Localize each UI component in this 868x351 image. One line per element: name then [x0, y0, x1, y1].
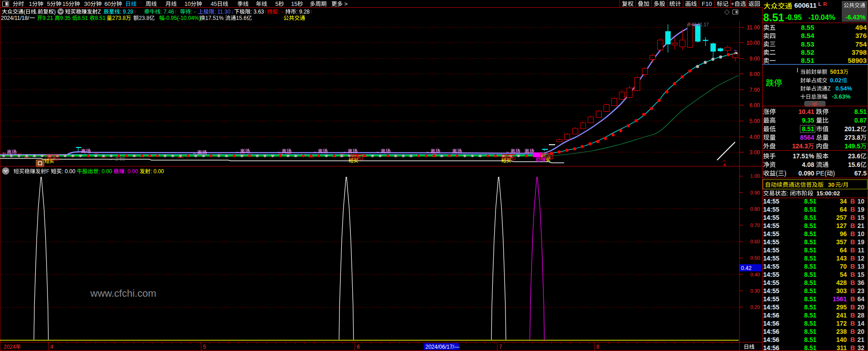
svg-text:17.51%: 17.51% [205, 15, 225, 21]
svg-text:B: B [850, 304, 855, 311]
svg-text:5.00: 5.00 [750, 118, 760, 124]
svg-text:B: B [850, 320, 855, 327]
svg-text:23.8: 23.8 [139, 15, 150, 21]
svg-text:15: 15 [291, 1, 297, 7]
svg-text:14:55: 14:55 [763, 263, 779, 270]
svg-text:: 0.00: : 0.00 [151, 168, 164, 175]
svg-text:): ) [54, 9, 56, 15]
svg-text:15.6: 15.6 [236, 15, 247, 21]
svg-text:273.8: 273.8 [112, 15, 126, 21]
svg-text:8.51: 8.51 [804, 344, 816, 351]
svg-text:311: 311 [836, 344, 847, 351]
svg-text:0.40: 0.40 [750, 272, 760, 277]
svg-text:172: 172 [836, 320, 847, 327]
svg-text:←: ← [108, 156, 113, 161]
svg-text:L: L [818, 1, 821, 7]
svg-text:2.60: 2.60 [115, 156, 125, 161]
svg-text:8.41:11.17: 8.41:11.17 [688, 22, 709, 27]
svg-text:494: 494 [855, 24, 867, 31]
svg-text:7.00: 7.00 [750, 87, 760, 93]
svg-text:PE(: PE( [816, 170, 827, 177]
svg-text:23: 23 [857, 287, 864, 294]
svg-text:8.51: 8.51 [804, 222, 816, 229]
svg-text:←: ← [313, 148, 318, 154]
svg-text:10: 10 [857, 230, 864, 237]
svg-text:357: 357 [836, 238, 847, 246]
svg-text:2024/06/17/—: 2024/06/17/— [425, 344, 459, 350]
svg-text:-0.95: -0.95 [785, 14, 802, 21]
svg-text:14:55: 14:55 [763, 304, 779, 311]
svg-text:-3.63%: -3.63% [832, 93, 851, 100]
svg-text:↑: ↑ [133, 9, 136, 15]
svg-text:8.51: 8.51 [854, 108, 867, 115]
svg-text:←: ← [192, 150, 197, 155]
svg-text:14:56: 14:56 [763, 336, 779, 343]
svg-text:: -: : - [278, 9, 284, 15]
svg-text:19: 19 [857, 206, 864, 213]
svg-text:←: ← [733, 46, 739, 52]
svg-text:60: 60 [104, 1, 111, 7]
svg-text:F10: F10 [702, 0, 712, 7]
svg-text:8.51: 8.51 [804, 271, 816, 278]
svg-text:Z: Z [98, 9, 101, 15]
svg-text:B: B [850, 206, 855, 213]
svg-text:8.51: 8.51 [802, 125, 814, 133]
svg-text:14:55: 14:55 [763, 287, 779, 294]
svg-text:1.00: 1.00 [750, 173, 760, 179]
svg-text:14:56: 14:56 [763, 312, 779, 319]
svg-text:14: 14 [857, 320, 864, 327]
svg-text:8.51: 8.51 [804, 287, 816, 294]
svg-text:↑: ↑ [264, 9, 267, 15]
svg-text:14:56: 14:56 [763, 328, 779, 335]
svg-text:12: 12 [857, 255, 864, 262]
svg-text:11.00: 11.00 [747, 24, 760, 31]
svg-text:23.6: 23.6 [848, 152, 860, 160]
svg-text:303: 303 [836, 287, 847, 294]
svg-text:28: 28 [857, 312, 864, 319]
svg-text:8.51: 8.51 [804, 328, 816, 335]
svg-text:14:55: 14:55 [763, 230, 779, 237]
svg-text:238: 238 [836, 328, 847, 335]
svg-text:8.51: 8.51 [804, 238, 816, 246]
svg-text:←: ← [376, 148, 381, 154]
svg-text:6.00: 6.00 [750, 102, 760, 109]
svg-text:B: B [850, 336, 855, 343]
svg-text:0.54%: 0.54% [835, 85, 852, 92]
svg-text:-10.04%: -10.04% [808, 14, 835, 21]
svg-text:143: 143 [836, 255, 847, 262]
svg-text:64: 64 [840, 206, 847, 213]
svg-text:↑: ↑ [174, 9, 177, 15]
svg-text:14:55: 14:55 [763, 247, 779, 254]
svg-text:: -: : - [191, 9, 197, 15]
svg-text:4.08: 4.08 [802, 161, 814, 168]
svg-text:14:55: 14:55 [763, 222, 779, 229]
svg-text:14:56: 14:56 [763, 320, 779, 327]
svg-text:9.35: 9.35 [60, 15, 72, 21]
svg-text:↑: ↑ [310, 9, 312, 15]
svg-text:←: ← [277, 148, 282, 154]
svg-text:15: 15 [857, 214, 864, 221]
svg-text::: : [787, 190, 790, 197]
svg-text:5: 5 [275, 1, 278, 7]
svg-text:5: 5 [203, 344, 206, 350]
svg-text:124.3: 124.3 [792, 142, 808, 150]
svg-text:8.51: 8.51 [804, 198, 816, 205]
svg-text:B: B [850, 279, 855, 286]
svg-text:8.51: 8.51 [95, 15, 107, 21]
svg-text:295: 295 [836, 304, 847, 311]
svg-text:241: 241 [836, 312, 847, 319]
svg-text:20: 20 [857, 304, 864, 311]
svg-text:54: 54 [840, 271, 847, 278]
svg-text:14:55: 14:55 [763, 206, 779, 213]
svg-text:14:55: 14:55 [763, 255, 779, 262]
svg-text:(: ( [24, 9, 25, 15]
svg-text:754: 754 [855, 40, 867, 48]
svg-text:>: > [343, 1, 348, 7]
svg-text:428: 428 [836, 279, 847, 286]
svg-text:127: 127 [836, 222, 847, 229]
svg-text:21: 21 [857, 336, 864, 343]
svg-text:34: 34 [840, 198, 847, 205]
svg-text:R: R [823, 1, 827, 7]
svg-text:): ) [784, 170, 787, 177]
svg-text:: 7.46: : 7.46 [160, 9, 174, 15]
